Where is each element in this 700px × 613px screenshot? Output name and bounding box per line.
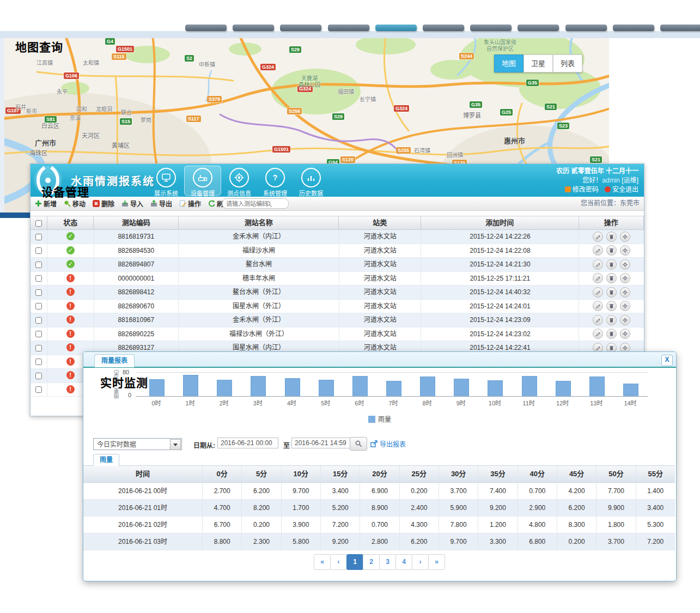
edit-icon[interactable]: [593, 287, 603, 298]
export-report-link[interactable]: 导出报表: [370, 439, 406, 448]
edit-icon[interactable]: [593, 245, 603, 256]
page-button[interactable]: 4: [395, 554, 412, 570]
row-checkbox[interactable]: [35, 345, 42, 351]
page-button[interactable]: ‹: [330, 554, 347, 570]
table-row[interactable]: 8816810967 金禾水闸（外江） 河道水文站 2015-12-24 14:…: [31, 313, 644, 327]
edit-icon[interactable]: [593, 315, 603, 325]
nav-item-display-system[interactable]: 展示系统: [148, 166, 184, 195]
clipped-window-tab[interactable]: [280, 25, 321, 31]
trash-icon[interactable]: [606, 232, 617, 242]
table-row[interactable]: 8826894530 福绿沙水闸 河道水文站 2015-12-24 14:22:…: [31, 244, 644, 258]
page-button[interactable]: »: [428, 554, 445, 570]
trash-icon[interactable]: [606, 315, 617, 325]
date-to-input[interactable]: [291, 438, 352, 448]
table-row[interactable]: 8826890225 福禄沙水闸（外江） 河道水文站 2015-12-24 14…: [31, 327, 644, 342]
delete-button[interactable]: 删除: [93, 199, 114, 208]
tab-rainfall-report[interactable]: 雨量报表: [94, 354, 135, 367]
page-button[interactable]: 1: [346, 554, 363, 570]
chart-legend[interactable]: 雨量: [83, 414, 676, 423]
row-checkbox[interactable]: [35, 275, 42, 282]
table-row[interactable]: 8826898412 鳌台水闸（外江） 河道水文站 2015-12-24 14:…: [31, 286, 644, 300]
edit-icon[interactable]: [593, 232, 603, 242]
edit-icon[interactable]: [593, 301, 603, 311]
add-button[interactable]: 新增: [35, 199, 57, 208]
map-view-button[interactable]: 地图: [494, 54, 524, 72]
edit-icon[interactable]: [593, 273, 603, 283]
close-icon[interactable]: X: [661, 355, 673, 366]
trash-icon[interactable]: [606, 287, 617, 298]
row-checkbox[interactable]: [35, 317, 42, 324]
clipped-window-tab[interactable]: [375, 25, 417, 31]
table-row[interactable]: 8816819731 金禾水闸（内江） 河道水文站 2015-12-24 14:…: [31, 230, 644, 244]
change-password-link[interactable]: 修改密码: [573, 186, 599, 193]
row-checkbox[interactable]: [35, 331, 42, 337]
table-row[interactable]: 8826894807 鳌台水闸 河道水文站 2015-12-24 14:21:3…: [31, 258, 644, 272]
clipped-window-tab[interactable]: [660, 25, 700, 31]
map-view-button[interactable]: 卫星: [524, 54, 553, 72]
nav-item-device-management[interactable]: 设备管理: [184, 166, 221, 196]
row-checkbox[interactable]: [35, 359, 42, 365]
page-button[interactable]: ›: [412, 554, 429, 570]
settings-gear-icon[interactable]: [620, 287, 630, 298]
edit-icon[interactable]: [593, 329, 603, 339]
export-button[interactable]: 导出: [150, 199, 172, 208]
settings-gear-icon[interactable]: [620, 232, 630, 242]
clipped-window-tab[interactable]: [423, 25, 464, 31]
trash-icon[interactable]: [606, 301, 617, 311]
row-checkbox[interactable]: [35, 247, 42, 254]
query-button[interactable]: [350, 437, 367, 451]
trash-icon[interactable]: [606, 259, 617, 270]
row-checkbox[interactable]: [35, 234, 42, 240]
trash-icon[interactable]: [606, 273, 617, 283]
page-button[interactable]: 3: [379, 554, 396, 570]
trash-icon[interactable]: [606, 329, 617, 339]
row-checkbox[interactable]: [35, 386, 42, 393]
settings-gear-icon[interactable]: [620, 259, 630, 270]
clipped-window-tab[interactable]: [565, 25, 607, 31]
move-button[interactable]: 移动: [64, 199, 86, 208]
operate-button[interactable]: 操作: [179, 199, 201, 208]
map-view-button[interactable]: 列表: [553, 54, 582, 72]
edit-icon[interactable]: [593, 259, 603, 270]
chart-bar: [352, 376, 368, 396]
clipped-window-tab[interactable]: [518, 25, 559, 31]
settings-gear-icon[interactable]: [620, 329, 630, 339]
station-code-search-input[interactable]: [222, 198, 289, 209]
date-from-input[interactable]: [217, 438, 278, 448]
logout-link[interactable]: 安全退出: [612, 186, 638, 193]
nav-item-point-info[interactable]: 测点信息: [221, 166, 257, 195]
search-icon[interactable]: [266, 200, 272, 210]
map-place-label: 石井: [15, 102, 26, 111]
row-checkbox[interactable]: [35, 262, 42, 268]
station-code: 8826894807: [94, 258, 179, 271]
clipped-window-tab[interactable]: [613, 25, 654, 31]
clipped-window-tab[interactable]: [233, 25, 274, 31]
clipped-window-tab[interactable]: [470, 25, 512, 31]
row-checkbox[interactable]: [35, 373, 42, 379]
col-status: 状态: [47, 216, 94, 229]
clipped-window-tab[interactable]: [185, 25, 227, 31]
nav-item-system-management[interactable]: ? 系统管理: [257, 166, 293, 195]
pagination: «‹1234›»: [83, 554, 676, 570]
y-tick-0: 0: [128, 392, 131, 398]
tab-rainfall[interactable]: 雨量: [93, 454, 119, 466]
chart-bar: [319, 380, 334, 396]
row-checkbox[interactable]: [35, 303, 42, 309]
nav-item-history-data[interactable]: 历史数据: [293, 166, 329, 195]
page-button[interactable]: 2: [363, 554, 380, 570]
select-dropdown-button[interactable]: [170, 439, 181, 450]
table-row[interactable]: 0000000001 穗丰年水闸 河道水文站 2015-12-25 17:11:…: [31, 272, 644, 286]
clipped-window-tab[interactable]: [328, 25, 369, 31]
settings-gear-icon[interactable]: [620, 273, 630, 283]
rain-value-cell: 2.700: [203, 483, 242, 499]
table-row[interactable]: 8826890670 围星水闸（外江） 河道水文站 2015-12-24 14:…: [31, 300, 644, 314]
data-mode-select[interactable]: 今日实时数据: [93, 438, 182, 450]
row-checkbox[interactable]: [35, 289, 42, 296]
settings-gear-icon[interactable]: [620, 301, 630, 311]
trash-icon[interactable]: [606, 245, 617, 256]
import-button[interactable]: 导入: [121, 199, 143, 208]
select-all-checkbox[interactable]: [35, 220, 42, 227]
page-button[interactable]: «: [314, 554, 331, 570]
settings-gear-icon[interactable]: [620, 315, 630, 325]
settings-gear-icon[interactable]: [620, 245, 630, 256]
